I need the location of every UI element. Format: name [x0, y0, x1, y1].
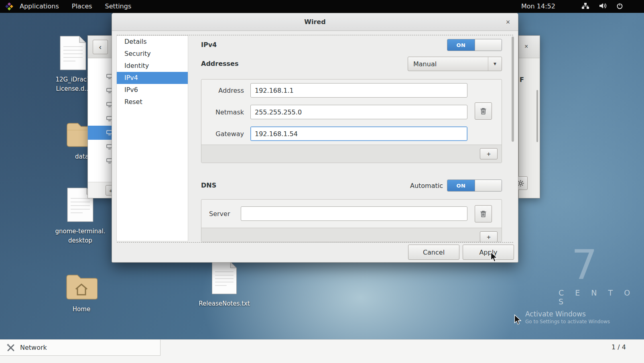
- address-row: Address: [201, 80, 502, 101]
- sidebar-item-details[interactable]: Details: [117, 36, 188, 48]
- sidebar-item-ipv4[interactable]: IPv4: [117, 72, 188, 84]
- activate-windows-text: Activate Windows: [525, 310, 586, 318]
- document-icon: [209, 261, 240, 295]
- label-line2: desktop: [68, 237, 92, 244]
- home-folder-icon: [65, 272, 98, 300]
- gateway-label: Gateway: [209, 130, 244, 138]
- ipv4-toggle[interactable]: ON: [447, 39, 502, 51]
- trash-icon: [480, 210, 487, 218]
- scroll-edge-dashed-bottom: [117, 242, 513, 243]
- apply-button[interactable]: Apply: [463, 245, 514, 260]
- ipv4-heading: IPv4: [201, 41, 217, 49]
- menu-places[interactable]: Places: [65, 0, 99, 13]
- close-icon[interactable]: ×: [502, 16, 514, 28]
- centos-brand-watermark: C E N T O S: [559, 288, 644, 306]
- sidebar-item-security[interactable]: Security: [117, 48, 188, 60]
- address-input[interactable]: [250, 83, 467, 98]
- desktop-icon-label: 12G_iDrac7License.d...: [55, 75, 90, 93]
- cancel-button[interactable]: Cancel: [408, 245, 459, 260]
- partial-off-label: F: [520, 76, 524, 84]
- clock[interactable]: Mon 14:52: [521, 0, 555, 13]
- toggle-knob: [475, 180, 502, 191]
- dns-toggle[interactable]: ON: [447, 179, 502, 192]
- label-line1: Home: [73, 306, 90, 313]
- desktop-icon-releasenotes[interactable]: ReleaseNotes.txt: [192, 261, 256, 308]
- desktop-icon-home-folder[interactable]: Home: [49, 272, 114, 314]
- tools-icon: [6, 343, 15, 352]
- network-icon[interactable]: [581, 2, 589, 11]
- dialog-sidebar: Details Security Identity IPv4 IPv6 Rese…: [116, 35, 188, 241]
- workspace-pager[interactable]: 1 / 4: [611, 343, 626, 351]
- gateway-input[interactable]: [250, 126, 467, 141]
- dns-server-input[interactable]: [241, 206, 467, 221]
- dialog-scrollbar-thumb[interactable]: [512, 37, 514, 142]
- label-line1: ReleaseNotes.txt: [199, 300, 250, 307]
- gateway-row: Gateway: [201, 123, 502, 145]
- background-window-titlebar: [519, 36, 540, 58]
- distro-logo-icon: [5, 2, 13, 10]
- menu-settings[interactable]: Settings: [99, 0, 138, 13]
- dns-server-row: Server: [201, 200, 502, 228]
- dropdown-selected-value: Manual: [413, 60, 437, 68]
- taskbar-window-label: Network: [20, 344, 47, 351]
- sidebar-item-reset[interactable]: Reset: [117, 96, 188, 108]
- top-panel: Applications Places Settings Mon 14:52: [0, 0, 644, 13]
- back-button[interactable]: ‹: [93, 40, 108, 54]
- label-line1: data: [75, 153, 89, 160]
- address-label: Address: [209, 87, 244, 94]
- volume-icon[interactable]: [599, 2, 607, 11]
- addresses-method-dropdown[interactable]: Manual ▼: [408, 57, 502, 71]
- taskbar-window-network[interactable]: Network: [0, 340, 160, 356]
- addresses-heading: Addresses: [201, 60, 238, 67]
- wired-dialog: Wired × Details Security Identity IPv4 I…: [112, 13, 518, 263]
- bottom-taskbar: Network 1 / 4: [0, 339, 644, 363]
- menu-applications[interactable]: Applications: [13, 0, 65, 13]
- delete-dns-server-button[interactable]: [475, 205, 492, 222]
- desktop-icon-label: data: [75, 152, 89, 161]
- add-dns-server-button[interactable]: +: [480, 231, 498, 242]
- desktop-icon-label: gnome-terminal.desktop: [55, 227, 106, 245]
- addresses-group: Address Netmask Gateway +: [201, 79, 502, 163]
- dns-heading: DNS: [201, 182, 216, 189]
- label-line2: License.d...: [56, 85, 90, 92]
- netmask-row: Netmask: [201, 101, 502, 123]
- centos-numeral-watermark: 7: [571, 241, 597, 289]
- addresses-footer: +: [201, 145, 502, 163]
- dns-group: Server +: [201, 199, 502, 242]
- delete-address-button[interactable]: [475, 102, 492, 120]
- desktop-icon-label: Home: [73, 305, 90, 314]
- server-label: Server: [209, 210, 234, 218]
- dialog-titlebar[interactable]: Wired: [112, 13, 518, 31]
- netmask-input[interactable]: [250, 105, 467, 119]
- document-icon: [58, 35, 88, 71]
- netmask-label: Netmask: [209, 108, 244, 116]
- desktop-icon-label: ReleaseNotes.txt: [199, 299, 250, 308]
- label-line1: 12G_iDrac7: [55, 76, 90, 83]
- dialog-title: Wired: [304, 18, 325, 26]
- toggle-knob: [475, 39, 502, 51]
- trash-icon: [480, 108, 487, 115]
- system-tray: [581, 0, 623, 13]
- activate-windows-subtext: Go to Settings to activate Windows: [525, 319, 610, 324]
- toggle-on-label: ON: [447, 180, 475, 191]
- sidebar-item-identity[interactable]: Identity: [117, 60, 188, 72]
- label-line1: gnome-terminal.: [55, 228, 106, 235]
- sidebar-item-ipv6[interactable]: IPv6: [117, 84, 188, 96]
- toggle-on-label: ON: [447, 39, 475, 51]
- scrollbar-thumb[interactable]: [536, 90, 538, 142]
- close-icon[interactable]: ×: [524, 43, 528, 50]
- background-window-right: × F: [518, 35, 540, 198]
- power-icon[interactable]: [616, 2, 623, 11]
- add-address-button[interactable]: +: [480, 148, 498, 159]
- dns-automatic-label: Automatic: [377, 182, 443, 190]
- chevron-down-icon: ▼: [488, 57, 502, 71]
- dns-footer: +: [201, 228, 502, 242]
